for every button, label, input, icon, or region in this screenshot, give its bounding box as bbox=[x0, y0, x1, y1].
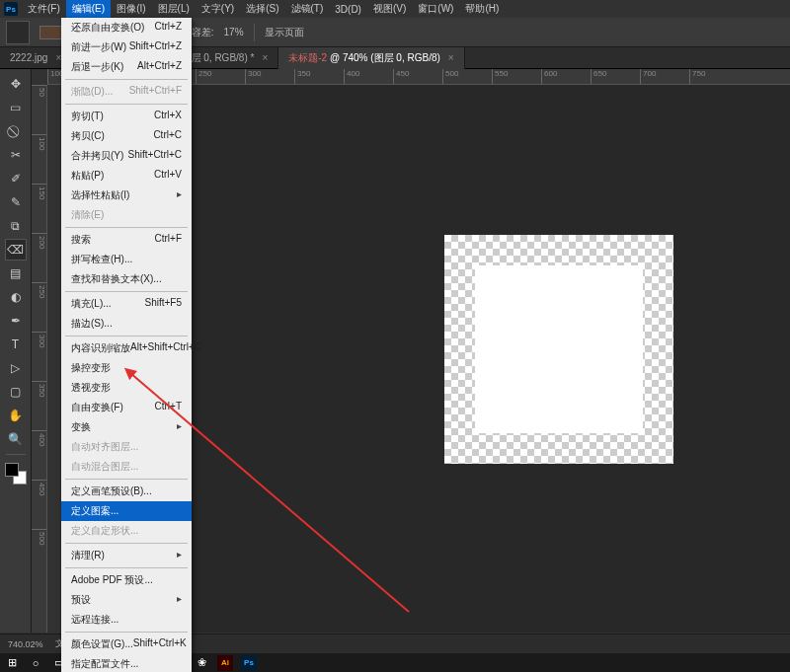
options-separator bbox=[254, 24, 255, 41]
menu-item-label: 清除(E) bbox=[71, 208, 104, 222]
menu-item[interactable]: 粘贴(P)Ctrl+V bbox=[61, 166, 192, 186]
menu-select[interactable]: 选择(S) bbox=[240, 0, 284, 18]
menu-file[interactable]: 文件(F) bbox=[22, 0, 66, 18]
menu-item[interactable]: 选择性粘贴(I)▸ bbox=[61, 186, 192, 205]
menu-help[interactable]: 帮助(H) bbox=[459, 0, 505, 18]
shape-tool[interactable]: ▢ bbox=[5, 381, 27, 403]
dodge-tool[interactable]: ◐ bbox=[5, 286, 27, 308]
marquee-tool[interactable]: ▭ bbox=[5, 97, 27, 118]
menu-filter[interactable]: 滤镜(T) bbox=[285, 0, 330, 18]
menu-item-label: 远程连接... bbox=[71, 613, 118, 627]
menu-item-shortcut: Shift+Ctrl+Z bbox=[129, 40, 182, 54]
menu-item[interactable]: 清理(R)▸ bbox=[61, 546, 192, 565]
menu-item-label: 剪切(T) bbox=[71, 110, 104, 123]
menu-item: 定义自定形状... bbox=[61, 521, 192, 541]
menu-item[interactable]: 颜色设置(G)...Shift+Ctrl+K bbox=[61, 635, 192, 654]
menu-item-label: 内容识别缩放 bbox=[71, 341, 130, 355]
menu-item-label: 自由变换(F) bbox=[71, 401, 123, 414]
path-tool[interactable]: ▷ bbox=[5, 357, 27, 379]
clone-tool[interactable]: ⧉ bbox=[5, 215, 27, 237]
app-icon[interactable]: ❀ bbox=[194, 655, 209, 671]
menu-item[interactable]: 自由变换(F)Ctrl+T bbox=[61, 398, 192, 417]
menu-view[interactable]: 视图(V) bbox=[367, 0, 412, 18]
ruler-tick: 250 bbox=[32, 282, 46, 332]
menu-edit[interactable]: 编辑(E) bbox=[66, 0, 111, 18]
zoom-value[interactable]: 740.02% bbox=[8, 639, 43, 649]
lasso-tool[interactable]: ⃠ bbox=[5, 120, 27, 142]
menu-item[interactable]: 剪切(T)Ctrl+X bbox=[61, 107, 192, 126]
menu-item-shortcut: Ctrl+T bbox=[155, 401, 183, 414]
zoom-tool[interactable]: 🔍 bbox=[5, 428, 27, 450]
menu-item-label: 清理(R) bbox=[71, 549, 105, 562]
menu-item[interactable]: 内容识别缩放Alt+Shift+Ctrl+C bbox=[61, 338, 192, 358]
foreground-color-swatch[interactable] bbox=[5, 463, 19, 477]
search-icon[interactable]: ○ bbox=[28, 655, 43, 671]
menu-separator bbox=[65, 336, 188, 336]
menu-separator bbox=[65, 479, 188, 480]
app-logo: Ps bbox=[4, 2, 18, 16]
menu-separator bbox=[65, 291, 188, 292]
menu-item: 清除(E) bbox=[61, 205, 192, 225]
ruler-tick: 200 bbox=[32, 233, 46, 282]
menu-item-label: 拼写检查(H)... bbox=[71, 253, 132, 266]
illustrator-icon[interactable]: Ai bbox=[217, 655, 233, 671]
menu-item[interactable]: 指定配置文件... bbox=[61, 654, 192, 672]
ruler-tick: 400 bbox=[344, 69, 393, 84]
start-button[interactable]: ⊞ bbox=[4, 655, 20, 671]
menu-item[interactable]: 定义图案... bbox=[61, 501, 192, 521]
brush-tool[interactable]: ✎ bbox=[5, 191, 27, 213]
color-swatches[interactable] bbox=[5, 463, 27, 485]
menu-item[interactable]: 变换▸ bbox=[61, 417, 192, 437]
menu-window[interactable]: 窗口(W) bbox=[412, 0, 459, 18]
ruler-tick: 400 bbox=[32, 430, 46, 480]
menu-image[interactable]: 图像(I) bbox=[111, 0, 151, 18]
menu-3d[interactable]: 3D(D) bbox=[329, 2, 367, 17]
edit-menu-dropdown: 还原自由变换(O)Ctrl+Z前进一步(W)Shift+Ctrl+Z后退一步(K… bbox=[61, 18, 192, 672]
gradient-tool[interactable]: ▤ bbox=[5, 262, 27, 284]
menu-item[interactable]: 定义画笔预设(B)... bbox=[61, 482, 192, 501]
hand-tool[interactable]: ✋ bbox=[5, 405, 27, 426]
current-tool-thumb[interactable] bbox=[6, 21, 30, 44]
chevron-right-icon: ▸ bbox=[177, 420, 182, 434]
menu-item[interactable]: 合并拷贝(Y)Shift+Ctrl+C bbox=[61, 146, 192, 166]
document-tab[interactable]: 未标题-2 @ 740% (图层 0, RGB/8) × bbox=[278, 47, 464, 69]
menu-item-label: 填充(L)... bbox=[71, 297, 112, 311]
menu-item[interactable]: 透视变形 bbox=[61, 378, 192, 398]
menu-item[interactable]: 还原自由变换(O)Ctrl+Z bbox=[61, 18, 192, 37]
tolerance-value[interactable]: 17% bbox=[224, 27, 244, 37]
photoshop-icon[interactable]: Ps bbox=[241, 655, 257, 671]
pen-tool[interactable]: ✒ bbox=[5, 310, 27, 332]
menu-item-label: 还原自由变换(O) bbox=[71, 21, 144, 35]
menu-item[interactable]: 拷贝(C)Ctrl+C bbox=[61, 126, 192, 146]
menu-item[interactable]: 搜索Ctrl+F bbox=[61, 230, 192, 250]
menu-item-label: 变换 bbox=[71, 420, 91, 434]
menu-item[interactable]: 拼写检查(H)... bbox=[61, 250, 192, 269]
eyedropper-tool[interactable]: ✐ bbox=[5, 168, 27, 189]
document-canvas[interactable] bbox=[444, 235, 673, 464]
ruler-vertical: 50100150200250300350400450500 bbox=[32, 85, 47, 633]
menu-item[interactable]: 操控变形 bbox=[61, 358, 192, 378]
type-tool[interactable]: T bbox=[5, 334, 27, 355]
menu-type[interactable]: 文字(Y) bbox=[196, 0, 240, 18]
menu-item[interactable]: 填充(L)...Shift+F5 bbox=[61, 294, 192, 314]
menu-item[interactable]: 预设▸ bbox=[61, 590, 192, 610]
menu-item-label: 渐隐(D)... bbox=[71, 85, 113, 99]
move-tool[interactable]: ✥ bbox=[5, 73, 27, 95]
crop-tool[interactable]: ✂ bbox=[5, 144, 27, 166]
menu-item-label: 后退一步(K) bbox=[71, 60, 123, 74]
menu-item[interactable]: 描边(S)... bbox=[61, 314, 192, 334]
close-icon[interactable]: × bbox=[262, 52, 268, 63]
ruler-tick: 300 bbox=[32, 332, 46, 381]
menu-item[interactable]: 查找和替换文本(X)... bbox=[61, 269, 192, 289]
menu-item[interactable]: 前进一步(W)Shift+Ctrl+Z bbox=[61, 37, 192, 57]
menu-item-shortcut: Shift+F5 bbox=[144, 297, 182, 311]
close-icon[interactable]: × bbox=[448, 52, 454, 63]
menu-item[interactable]: Adobe PDF 预设... bbox=[61, 570, 192, 590]
showbg-label[interactable]: 显示页面 bbox=[265, 26, 304, 39]
menu-item[interactable]: 后退一步(K)Alt+Ctrl+Z bbox=[61, 57, 192, 77]
menu-separator bbox=[65, 632, 188, 633]
eraser-tool[interactable]: ⌫ bbox=[5, 239, 27, 261]
menu-layer[interactable]: 图层(L) bbox=[152, 0, 196, 18]
menu-item[interactable]: 远程连接... bbox=[61, 610, 192, 630]
canvas-content bbox=[475, 265, 643, 433]
